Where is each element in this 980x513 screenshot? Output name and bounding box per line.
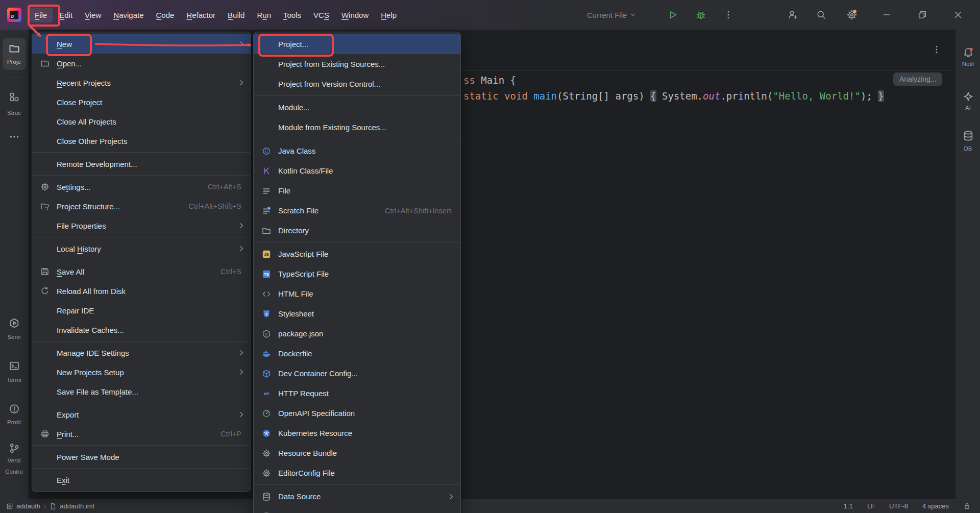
new-menu-item-ddl-data-source[interactable]: DDL Data Source (254, 506, 460, 513)
settings-button[interactable] (844, 7, 860, 22)
menubar-item-edit[interactable]: Edit (53, 8, 79, 22)
file-menu-item-save-all[interactable]: Save AllCtrl+S (32, 262, 251, 281)
menubar-item-file[interactable]: File (29, 8, 53, 22)
file-menu-item-open[interactable]: Open... (32, 54, 251, 73)
file-menu-item-close-other-projects[interactable]: Close Other Projects (32, 131, 251, 151)
tool-strip-notifications[interactable] (956, 47, 980, 58)
new-menu-item-scratch-file[interactable]: Scratch FileCtrl+Alt+Shift+Insert (254, 201, 460, 221)
new-menu-item-kubernetes-resource[interactable]: Kubernetes Resource (254, 423, 460, 443)
breadcrumb-addauth-iml[interactable]: addauth.iml (50, 502, 94, 510)
menubar-item-run[interactable]: Run (251, 8, 277, 22)
new-menu-item-openapi-specification[interactable]: OpenAPI Specification (254, 403, 460, 423)
kubernetes-icon (262, 429, 271, 438)
menubar-item-view[interactable]: View (79, 8, 107, 22)
file-menu-item-remote-development[interactable]: Remote Development... (32, 154, 251, 174)
new-menu-item-javascript-file[interactable]: JSJavaScript File (254, 244, 460, 264)
new-menu-item-module[interactable]: Module... (254, 97, 460, 117)
file-menu-item-file-properties[interactable]: File Properties (32, 216, 251, 235)
file-menu-item-local-history[interactable]: Local History (32, 239, 251, 258)
tool-strip-database[interactable] (956, 130, 980, 141)
menu-separator (32, 403, 251, 403)
more-actions-button[interactable] (721, 7, 736, 22)
file-menu-item-close-all-projects[interactable]: Close All Projects (32, 112, 251, 131)
restore-button[interactable] (915, 7, 930, 22)
new-menu-item-http-request[interactable]: APIHTTP Request (254, 383, 460, 403)
new-menu-item-html-file[interactable]: HTML File (254, 284, 460, 304)
editor-options-kebab-icon[interactable] (929, 42, 944, 57)
tool-strip-version-control[interactable] (0, 443, 28, 454)
new-menu-item-project-from-version-control[interactable]: Project from Version Control... (254, 74, 460, 94)
status-widget-1-1[interactable]: 1:1 (844, 502, 853, 510)
file-menu-popup: NewOpen...Recent ProjectsClose ProjectCl… (32, 32, 251, 492)
file-menu-item-reload-all-from-disk[interactable]: Reload All from Disk (32, 281, 251, 301)
folder-icon (9, 43, 20, 54)
chevron-right-icon (447, 493, 455, 501)
tool-strip-services[interactable] (0, 317, 28, 329)
minimize-button[interactable] (879, 7, 894, 22)
new-menu-item-dockerfile[interactable]: Dockerfile (254, 344, 460, 363)
file-menu-item-manage-ide-settings[interactable]: Manage IDE Settings (32, 343, 251, 362)
menubar-item-refactor[interactable]: Refactor (180, 8, 222, 22)
file-menu-item-save-file-as-template[interactable]: Save File as Template... (32, 382, 251, 401)
menubar-item-navigate[interactable]: Navigate (107, 8, 150, 22)
new-menu-item-data-source[interactable]: Data Source (254, 486, 460, 506)
breadcrumb-addauth[interactable]: addauth (6, 502, 40, 510)
close-button[interactable] (950, 7, 966, 22)
kebab-icon (932, 44, 942, 55)
tool-strip-version-control-label2: Contro (0, 469, 28, 475)
new-menu-item-file[interactable]: File (254, 181, 460, 201)
gear-icon (40, 182, 50, 191)
inspections-widget[interactable]: Analyzing... (893, 72, 942, 86)
menubar-item-vcs[interactable]: VCS (307, 8, 335, 22)
run-configuration-selector[interactable]: Current File (587, 7, 637, 22)
menubar-item-build[interactable]: Build (222, 8, 251, 22)
menubar-item-help[interactable]: Help (375, 8, 403, 22)
status-widget-utf-8[interactable]: UTF-8 (889, 502, 908, 510)
code-with-me-button[interactable] (785, 7, 800, 22)
tool-strip-structure[interactable] (0, 91, 28, 103)
tool-strip-terminal[interactable] (0, 360, 28, 372)
file-menu-item-recent-projects[interactable]: Recent Projects (32, 73, 251, 92)
chevron-down-icon (629, 11, 637, 19)
status-lock-widget[interactable] (963, 502, 971, 510)
new-menu-item-dev-container-config[interactable]: Dev Container Config... (254, 363, 460, 383)
menubar-item-window[interactable]: Window (335, 8, 375, 22)
new-menu-item-package-json[interactable]: jspackage.json (254, 324, 460, 344)
status-widget-4-spaces[interactable]: 4 spaces (922, 502, 949, 510)
tool-strip-problems[interactable] (0, 403, 28, 414)
file-menu-item-export[interactable]: Export (32, 405, 251, 424)
new-menu-item-editorconfig-file[interactable]: EditorConfig File (254, 463, 460, 483)
new-menu-item-directory[interactable]: Directory (254, 221, 460, 240)
tool-strip-project[interactable] (0, 43, 28, 54)
file-menu-item-close-project[interactable]: Close Project (32, 92, 251, 112)
run-button[interactable] (665, 7, 680, 22)
tool-strip-problems-label: Probl (0, 419, 28, 425)
file-menu-item-project-structure[interactable]: Project Structure...Ctrl+Alt+Shift+S (32, 197, 251, 216)
file-menu-item-print[interactable]: Print...Ctrl+P (32, 424, 251, 444)
user-plus-icon (788, 10, 798, 20)
search-everywhere-button[interactable] (814, 7, 829, 22)
file-menu-item-invalidate-caches[interactable]: Invalidate Caches... (32, 320, 251, 339)
new-menu-item-project[interactable]: Project... (254, 34, 460, 54)
new-menu-item-module-from-existing-sources[interactable]: Module from Existing Sources... (254, 117, 460, 137)
file-menu-item-repair-ide[interactable]: Repair IDE (32, 301, 251, 320)
new-menu-item-stylesheet[interactable]: 3Stylesheet (254, 304, 460, 324)
file-menu-item-new-projects-setup[interactable]: New Projects Setup (32, 362, 251, 382)
new-menu-item-resource-bundle[interactable]: Resource Bundle (254, 443, 460, 463)
tool-strip-more-tool-windows[interactable] (0, 131, 28, 142)
debug-button[interactable] (693, 7, 708, 22)
new-menu-item-kotlin-class-file[interactable]: Kotlin Class/File (254, 161, 460, 181)
menubar-item-code[interactable]: Code (150, 8, 181, 22)
file-menu-item-settings[interactable]: Settings...Ctrl+Alt+S (32, 177, 251, 197)
menu-separator (254, 139, 460, 139)
file-menu-item-new[interactable]: New (32, 34, 251, 54)
scratch-file-icon (262, 206, 271, 215)
tool-strip-ai-assistant[interactable] (956, 91, 980, 102)
new-menu-item-typescript-file[interactable]: TSTypeScript File (254, 264, 460, 284)
menubar-item-tools[interactable]: Tools (277, 8, 307, 22)
new-menu-item-java-class[interactable]: CJava Class (254, 141, 460, 161)
file-menu-item-power-save-mode[interactable]: Power Save Mode (32, 447, 251, 467)
status-widget-lf[interactable]: LF (867, 502, 875, 510)
new-menu-item-project-from-existing-sources[interactable]: Project from Existing Sources... (254, 54, 460, 74)
file-menu-item-exit[interactable]: Exit (32, 470, 251, 490)
